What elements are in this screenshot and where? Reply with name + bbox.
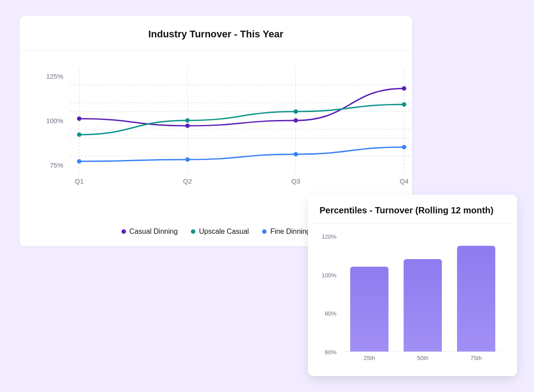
bar bbox=[350, 267, 388, 352]
legend-label: Upscale Casual bbox=[199, 228, 249, 236]
legend-dot-icon bbox=[121, 229, 126, 234]
legend-label: Casual Dinning bbox=[129, 228, 178, 236]
bar bbox=[404, 259, 442, 352]
legend-item: Upscale Casual bbox=[191, 228, 249, 236]
x-tick-label: Q3 bbox=[291, 177, 300, 185]
svg-point-20 bbox=[294, 152, 298, 156]
svg-point-18 bbox=[77, 159, 81, 164]
y-tick-label: 120% bbox=[322, 233, 336, 240]
y-tick-label: 75% bbox=[50, 161, 63, 169]
x-tick-label: Q4 bbox=[400, 177, 409, 185]
y-tick-label: 60% bbox=[325, 349, 336, 356]
line-chart-plot: 75%100%125% Q1Q2Q3Q4 bbox=[39, 67, 412, 192]
bar-rect bbox=[457, 246, 495, 352]
x-tick-label: 50th bbox=[417, 355, 428, 361]
y-tick-label: 80% bbox=[325, 310, 336, 317]
legend-label: Fine Dinning bbox=[270, 228, 310, 236]
bar-x-axis: 25th50th75th bbox=[343, 355, 503, 361]
legend-dot-icon bbox=[262, 229, 267, 234]
line-chart-svg bbox=[70, 67, 413, 174]
divider bbox=[308, 224, 517, 224]
bar-chart-bars bbox=[343, 236, 503, 352]
svg-point-21 bbox=[402, 145, 406, 149]
bar-chart-plot: 60%80%100%120% 25th50th75th bbox=[316, 236, 509, 370]
legend-dot-icon bbox=[191, 229, 195, 234]
y-tick-label: 100% bbox=[46, 117, 63, 124]
bar-chart-card: Percentiles - Turnover (Rolling 12 month… bbox=[308, 195, 517, 376]
svg-point-15 bbox=[185, 118, 190, 123]
legend-item: Fine Dinning bbox=[262, 228, 310, 236]
x-tick-label: Q1 bbox=[75, 177, 84, 185]
svg-point-19 bbox=[185, 157, 190, 162]
y-tick-label: 100% bbox=[322, 272, 336, 278]
line-y-axis: 75%100%125% bbox=[39, 67, 68, 192]
svg-point-11 bbox=[185, 124, 190, 128]
x-tick-label: 75th bbox=[470, 355, 481, 361]
svg-point-16 bbox=[294, 109, 298, 114]
svg-point-13 bbox=[402, 86, 406, 91]
x-tick-label: Q2 bbox=[183, 177, 192, 185]
line-chart-title: Industry Turnover - This Year bbox=[20, 16, 412, 50]
bar-chart-title: Percentiles - Turnover (Rolling 12 month… bbox=[308, 195, 517, 224]
bar-rect bbox=[350, 267, 388, 352]
legend-item: Casual Dinning bbox=[121, 228, 178, 236]
svg-point-17 bbox=[402, 102, 406, 107]
bar-y-axis: 60%80%100%120% bbox=[316, 236, 340, 352]
bar bbox=[457, 246, 495, 352]
y-tick-label: 125% bbox=[46, 72, 63, 80]
x-tick-label: 25th bbox=[364, 355, 375, 361]
line-x-axis: Q1Q2Q3Q4 bbox=[70, 177, 413, 188]
svg-point-12 bbox=[294, 118, 298, 123]
divider bbox=[20, 50, 412, 50]
svg-point-14 bbox=[77, 132, 81, 137]
svg-point-10 bbox=[77, 116, 81, 121]
bar-rect bbox=[404, 259, 442, 352]
